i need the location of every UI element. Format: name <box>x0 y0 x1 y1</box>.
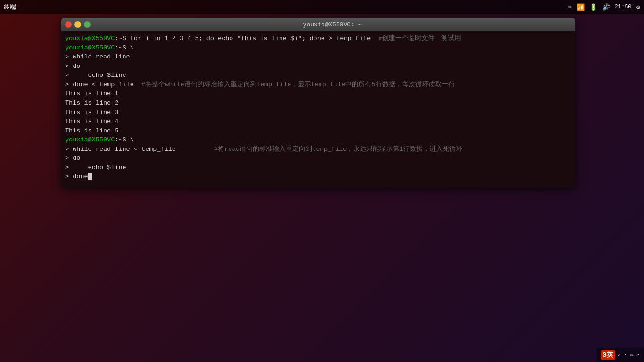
terminal-line: This is line 4 <box>65 117 571 126</box>
terminal-line: > done <box>65 172 571 181</box>
terminal-line: > do <box>65 154 571 163</box>
terminal-titlebar: youxia@X550VC: ~ <box>61 18 575 31</box>
wifi-icon: 📶 <box>577 3 585 11</box>
terminal-title: youxia@X550VC: ~ <box>93 21 571 28</box>
sogou-items: ♪ · ✏ ✂ <box>617 351 640 359</box>
terminal-line: > while read line <box>65 52 571 62</box>
terminal-window: youxia@X550VC: ~ youxia@X550VC:~$ for i … <box>61 18 575 188</box>
terminal-line: > while read line < temp_file #将read语句的标… <box>65 145 571 154</box>
sogou-music-icon: ♪ <box>617 351 621 359</box>
keyboard-icon: ⌨ <box>568 3 571 11</box>
terminal-line: This is line 1 <box>65 89 571 99</box>
terminal-line: > echo $line <box>65 163 571 173</box>
terminal-line: > done < temp_file #将整个while语句的标准输入重定向到t… <box>65 80 571 90</box>
taskbar-right: ⌨ 📶 🔋 🔊 21:50 ⚙ <box>568 3 640 11</box>
sogou-dot-icon: · <box>624 351 627 359</box>
terminal-line: This is line 3 <box>65 108 571 117</box>
terminal-line: > echo $line <box>65 71 571 80</box>
terminal-body[interactable]: youxia@X550VC:~$ for i in 1 2 3 4 5; do … <box>61 31 575 188</box>
taskbar-left: 终端 <box>4 3 16 11</box>
terminal-line: youxia@X550VC:~$ \ <box>65 135 571 145</box>
terminal-line: > do <box>65 62 571 71</box>
sogou-scissors-icon: ✂ <box>636 351 640 359</box>
terminal-line: youxia@X550VC:~$ for i in 1 2 3 4 5; do … <box>65 34 571 43</box>
clock: 21:50 <box>615 4 632 10</box>
taskbar-top: 终端 ⌨ 📶 🔋 🔊 21:50 ⚙ <box>0 0 644 14</box>
power-icon: ⚙ <box>636 3 640 11</box>
battery-icon: 🔋 <box>589 3 597 11</box>
sogou-bar: S英 ♪ · ✏ ✂ <box>597 348 644 362</box>
maximize-button[interactable] <box>84 21 91 28</box>
app-label: 终端 <box>4 3 16 11</box>
volume-icon: 🔊 <box>602 3 610 11</box>
terminal-line: This is line 5 <box>65 126 571 136</box>
sogou-icon: S英 <box>601 350 615 360</box>
close-button[interactable] <box>65 21 72 28</box>
cursor <box>88 173 92 180</box>
minimize-button[interactable] <box>74 21 81 28</box>
terminal-line: youxia@X550VC:~$ \ <box>65 43 571 53</box>
sogou-pen-icon: ✏ <box>630 351 634 359</box>
terminal-line: This is line 2 <box>65 99 571 108</box>
